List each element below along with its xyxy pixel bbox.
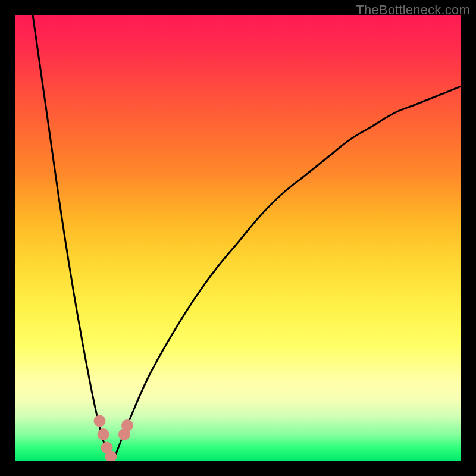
highlight-marker <box>94 415 106 427</box>
highlight-markers <box>94 415 134 462</box>
curve-left-branch <box>33 15 113 461</box>
highlight-marker <box>98 428 109 440</box>
curve-right-branch <box>113 86 461 461</box>
chart-root: TheBottleneck.com <box>0 0 476 476</box>
chart-svg <box>15 15 461 461</box>
attribution-label: TheBottleneck.com <box>356 2 470 18</box>
plot-area <box>15 15 461 461</box>
highlight-marker <box>121 419 133 431</box>
